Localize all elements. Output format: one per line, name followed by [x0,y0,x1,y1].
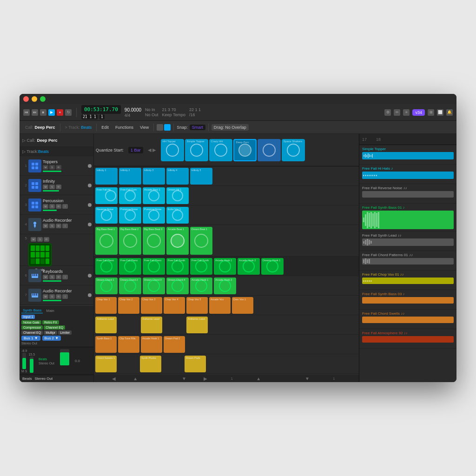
input-btn[interactable]: Input 1 [21,315,35,319]
grid-icon[interactable]: ⊞ [428,109,434,116]
bm-pad[interactable] [31,258,35,264]
accent-button[interactable]: v34 [412,109,425,116]
clip[interactable]: Chord Sweets 1 [95,356,117,372]
bm-pad[interactable] [31,245,35,251]
clip[interactable]: Chop Vox 3 [141,297,162,314]
limiter-btn[interactable]: Limiter [58,331,72,335]
solo-btn[interactable]: S [49,224,55,228]
clip[interactable]: Echo Vox 1 [166,207,189,224]
beat-machine[interactable] [28,243,52,266]
track-knob[interactable] [88,274,92,278]
rec-btn[interactable]: R [56,275,61,279]
clip[interactable]: Anthemic Lead [186,317,208,333]
layout-btn1[interactable] [157,124,163,131]
mute-btn[interactable]: M [43,204,48,209]
i-btn[interactable]: I [62,204,68,209]
nav-up2[interactable]: ▲ [256,376,261,381]
nav-down2[interactable]: ▼ [305,376,310,381]
rt-waveform[interactable] [362,152,454,159]
bm-pad[interactable] [31,252,35,258]
bm-pad[interactable] [40,258,45,264]
clip[interactable]: Big Bass Beat 2 [119,227,141,255]
clip[interactable]: Free Fall Piano [119,258,141,275]
track-fader[interactable] [43,280,61,282]
clip[interactable]: Big Bass Beat 3 [143,227,165,255]
layout-btn2[interactable] [164,124,171,131]
track-knob[interactable] [88,293,92,297]
clip[interactable]: Chop Vox 4 [164,297,185,314]
track-fader[interactable] [43,300,61,301]
synth-tab-main[interactable]: Main [45,308,55,313]
clip[interactable]: Dream Hit 1 [166,187,189,204]
clip[interactable]: Chop Vox 1 [95,297,117,314]
maximize-button[interactable] [40,96,46,102]
solo-btn[interactable]: S [37,237,43,242]
nav-left[interactable]: ◀ [112,376,116,381]
functions-button[interactable]: Functions [113,124,135,131]
clip[interactable]: Arcade Perc 1 [143,187,165,204]
clip[interactable]: Chop Vox 5 [186,297,208,314]
bm-pad[interactable] [40,252,45,258]
clip[interactable]: Clip Tune Fills [118,336,139,353]
nav-up[interactable]: ▲ [133,376,138,381]
clip[interactable]: Drev Vox 1 [232,297,253,314]
channel-eq-btn2[interactable]: Channel EQ [44,325,65,330]
play-icon[interactable]: ▶ [48,109,55,116]
next-arrow[interactable]: ▶ [152,147,156,152]
prev-arrow[interactable]: ◀ [148,147,152,152]
track-fader[interactable] [43,210,57,211]
clip[interactable]: Free Fall Gym [119,187,141,204]
mute-btn[interactable]: M [43,224,48,228]
track-knob[interactable] [88,184,92,187]
beat-cell-3[interactable]: Crazy HH [209,139,232,161]
solo-btn[interactable]: S [49,165,55,170]
clip[interactable]: Infinity 2 [119,168,141,185]
bell-icon[interactable]: 🔔 [446,109,453,116]
bm-pad[interactable] [46,252,50,258]
solo-btn[interactable]: S [49,294,55,299]
bm-pad[interactable] [36,245,40,251]
channel-eq-btn3[interactable]: Channel EQ [21,331,43,335]
track-knob[interactable] [88,164,92,168]
clip[interactable]: Dream Chord 3 [143,278,165,294]
rt-waveform[interactable] [362,238,454,246]
clip[interactable]: Infinity 1 [95,168,118,185]
compressor-btn[interactable]: Compressor [21,325,43,330]
track-fader-toppers[interactable] [43,171,61,172]
clip[interactable]: Synth Bass 1 [95,336,117,353]
rt-waveform[interactable] [362,191,454,198]
clip[interactable]: Arcade Hook 1 [141,336,162,353]
noise-gate-btn[interactable]: Noise Gate [21,320,41,324]
fast-forward-icon[interactable]: ⏭ [32,109,38,116]
window-icon[interactable]: ⬜ [437,109,443,116]
clip[interactable]: Reverse Noise [95,207,118,224]
synth-tab-bass[interactable]: Synth Bass [21,308,43,313]
drag-button[interactable]: Drag: No Overlap [212,124,249,131]
clip[interactable]: Synth Plucks [140,356,161,372]
settings-icon[interactable]: ⚙ [384,109,391,116]
beat-cell-2[interactable]: Simple Topper [185,139,208,161]
beat-cell-6[interactable]: Space Shakers [282,139,305,161]
clip[interactable]: Arcade Hook 1 [190,278,212,294]
clip[interactable]: Arcade Hook 1 [214,258,236,275]
beat-cell-5[interactable] [258,139,281,161]
track-knob[interactable] [88,203,92,207]
clip[interactable]: Dream Beat 1 [190,227,212,255]
solo-btn[interactable]: S [49,275,55,279]
tempo-value[interactable]: 90.0000 [125,107,141,112]
loop-icon[interactable]: ↻ [65,109,72,116]
clip[interactable]: Dreamy Hook 1 [261,258,284,275]
clip[interactable]: Infinity 5 [190,168,212,185]
clip[interactable]: Big Bass Beat 1 [95,227,118,255]
rt-waveform[interactable] [362,211,454,229]
bm-pad[interactable] [36,258,40,264]
rec-btn[interactable]: R [56,185,61,189]
rewind-icon[interactable]: ⏮ [23,109,30,116]
mute-btn[interactable]: M [43,294,48,299]
retro-fx-btn[interactable]: Retro FX [42,320,59,324]
close-button[interactable] [23,96,29,102]
i-btn[interactable]: I [62,294,68,299]
rec-btn[interactable]: R [56,224,61,228]
clip[interactable]: Dream Pads [185,356,206,372]
minimize-button[interactable] [32,96,37,102]
